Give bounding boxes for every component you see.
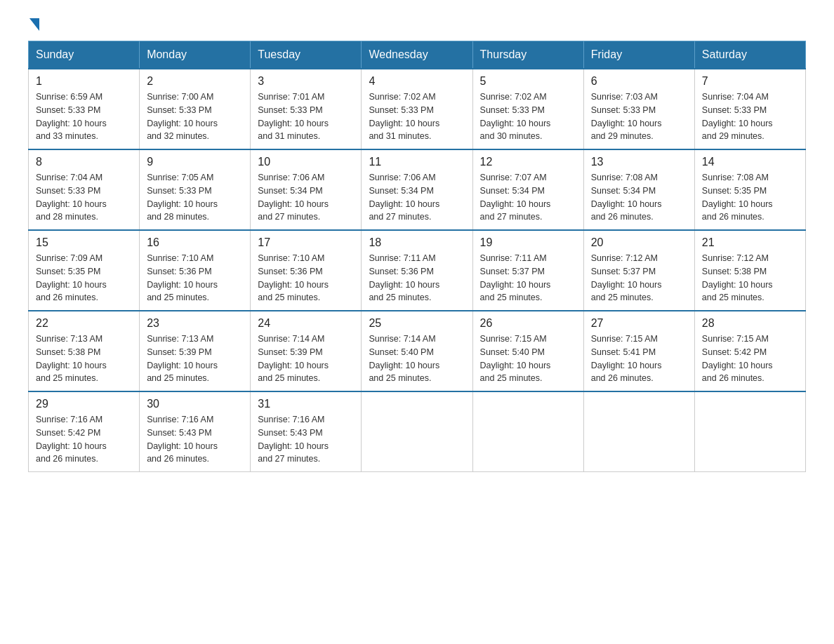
calendar-cell: 23 Sunrise: 7:13 AMSunset: 5:39 PMDaylig… (140, 311, 251, 391)
calendar-cell: 6 Sunrise: 7:03 AMSunset: 5:33 PMDayligh… (583, 69, 694, 149)
day-info: Sunrise: 7:08 AMSunset: 5:34 PMDaylight:… (591, 173, 662, 222)
day-info: Sunrise: 7:04 AMSunset: 5:33 PMDaylight:… (702, 92, 773, 141)
day-number: 16 (147, 236, 243, 249)
day-info: Sunrise: 7:14 AMSunset: 5:40 PMDaylight:… (369, 334, 439, 383)
day-info: Sunrise: 7:16 AMSunset: 5:43 PMDaylight:… (147, 415, 218, 464)
day-info: Sunrise: 7:15 AMSunset: 5:40 PMDaylight:… (480, 334, 551, 383)
day-info: Sunrise: 7:07 AMSunset: 5:34 PMDaylight:… (480, 173, 551, 222)
day-info: Sunrise: 7:16 AMSunset: 5:42 PMDaylight:… (36, 415, 107, 464)
day-number: 9 (147, 156, 243, 168)
calendar-header-row: SundayMondayTuesdayWednesdayThursdayFrid… (29, 41, 806, 69)
calendar-cell: 28 Sunrise: 7:15 AMSunset: 5:42 PMDaylig… (694, 311, 805, 391)
day-number: 27 (591, 317, 687, 330)
calendar-week-row: 22 Sunrise: 7:13 AMSunset: 5:38 PMDaylig… (29, 311, 806, 391)
day-number: 4 (369, 75, 465, 88)
day-info: Sunrise: 7:16 AMSunset: 5:43 PMDaylight:… (258, 415, 329, 464)
calendar-cell (472, 391, 583, 472)
day-number: 30 (147, 398, 243, 410)
calendar-week-row: 8 Sunrise: 7:04 AMSunset: 5:33 PMDayligh… (29, 149, 806, 230)
day-info: Sunrise: 7:05 AMSunset: 5:33 PMDaylight:… (147, 173, 218, 222)
day-info: Sunrise: 7:01 AMSunset: 5:33 PMDaylight:… (258, 92, 329, 141)
day-number: 22 (36, 317, 132, 330)
day-info: Sunrise: 7:06 AMSunset: 5:34 PMDaylight:… (258, 173, 329, 222)
logo-triangle-icon (29, 18, 39, 31)
day-info: Sunrise: 7:10 AMSunset: 5:36 PMDaylight:… (258, 253, 329, 302)
calendar-header-sunday: Sunday (29, 41, 140, 69)
calendar-cell: 12 Sunrise: 7:07 AMSunset: 5:34 PMDaylig… (472, 149, 583, 230)
calendar-header-saturday: Saturday (694, 41, 805, 69)
calendar-cell: 24 Sunrise: 7:14 AMSunset: 5:39 PMDaylig… (251, 311, 362, 391)
day-number: 23 (147, 317, 243, 330)
calendar-header-monday: Monday (140, 41, 251, 69)
calendar-cell: 18 Sunrise: 7:11 AMSunset: 5:36 PMDaylig… (362, 230, 472, 311)
calendar-cell (694, 391, 805, 472)
day-info: Sunrise: 7:02 AMSunset: 5:33 PMDaylight:… (480, 92, 551, 141)
day-number: 31 (258, 398, 354, 410)
calendar-cell: 25 Sunrise: 7:14 AMSunset: 5:40 PMDaylig… (362, 311, 472, 391)
day-number: 1 (36, 75, 132, 88)
day-number: 5 (480, 75, 576, 88)
day-number: 17 (258, 236, 354, 249)
calendar-cell: 2 Sunrise: 7:00 AMSunset: 5:33 PMDayligh… (140, 69, 251, 149)
calendar-header-wednesday: Wednesday (362, 41, 472, 69)
day-number: 18 (369, 236, 465, 249)
calendar-week-row: 15 Sunrise: 7:09 AMSunset: 5:35 PMDaylig… (29, 230, 806, 311)
day-info: Sunrise: 7:00 AMSunset: 5:33 PMDaylight:… (147, 92, 218, 141)
day-number: 6 (591, 75, 687, 88)
day-number: 28 (702, 317, 798, 330)
day-number: 14 (702, 156, 798, 168)
calendar-cell: 8 Sunrise: 7:04 AMSunset: 5:33 PMDayligh… (29, 149, 140, 230)
day-info: Sunrise: 7:13 AMSunset: 5:38 PMDaylight:… (36, 334, 107, 383)
calendar-cell: 15 Sunrise: 7:09 AMSunset: 5:35 PMDaylig… (29, 230, 140, 311)
calendar-cell: 1 Sunrise: 6:59 AMSunset: 5:33 PMDayligh… (29, 69, 140, 149)
day-info: Sunrise: 7:10 AMSunset: 5:36 PMDaylight:… (147, 253, 218, 302)
day-info: Sunrise: 7:02 AMSunset: 5:33 PMDaylight:… (369, 92, 439, 141)
day-info: Sunrise: 7:11 AMSunset: 5:37 PMDaylight:… (480, 253, 551, 302)
day-number: 19 (480, 236, 576, 249)
calendar-cell: 16 Sunrise: 7:10 AMSunset: 5:36 PMDaylig… (140, 230, 251, 311)
day-number: 2 (147, 75, 243, 88)
page-header (28, 21, 806, 27)
calendar-cell (583, 391, 694, 472)
day-info: Sunrise: 7:14 AMSunset: 5:39 PMDaylight:… (258, 334, 329, 383)
calendar-cell: 13 Sunrise: 7:08 AMSunset: 5:34 PMDaylig… (583, 149, 694, 230)
calendar-cell: 5 Sunrise: 7:02 AMSunset: 5:33 PMDayligh… (472, 69, 583, 149)
day-number: 29 (36, 398, 132, 410)
calendar-cell: 29 Sunrise: 7:16 AMSunset: 5:42 PMDaylig… (29, 391, 140, 472)
calendar-week-row: 29 Sunrise: 7:16 AMSunset: 5:42 PMDaylig… (29, 391, 806, 472)
calendar-cell: 11 Sunrise: 7:06 AMSunset: 5:34 PMDaylig… (362, 149, 472, 230)
calendar-cell: 21 Sunrise: 7:12 AMSunset: 5:38 PMDaylig… (694, 230, 805, 311)
calendar-cell: 14 Sunrise: 7:08 AMSunset: 5:35 PMDaylig… (694, 149, 805, 230)
logo (28, 21, 39, 27)
day-number: 25 (369, 317, 465, 330)
day-info: Sunrise: 7:13 AMSunset: 5:39 PMDaylight:… (147, 334, 218, 383)
day-number: 10 (258, 156, 354, 168)
day-number: 15 (36, 236, 132, 249)
calendar-header-thursday: Thursday (472, 41, 583, 69)
calendar-week-row: 1 Sunrise: 6:59 AMSunset: 5:33 PMDayligh… (29, 69, 806, 149)
day-info: Sunrise: 7:15 AMSunset: 5:42 PMDaylight:… (702, 334, 773, 383)
calendar-header-tuesday: Tuesday (251, 41, 362, 69)
day-info: Sunrise: 7:04 AMSunset: 5:33 PMDaylight:… (36, 173, 107, 222)
calendar-header-friday: Friday (583, 41, 694, 69)
calendar-cell: 4 Sunrise: 7:02 AMSunset: 5:33 PMDayligh… (362, 69, 472, 149)
day-info: Sunrise: 7:11 AMSunset: 5:36 PMDaylight:… (369, 253, 439, 302)
calendar-cell: 22 Sunrise: 7:13 AMSunset: 5:38 PMDaylig… (29, 311, 140, 391)
calendar-cell: 20 Sunrise: 7:12 AMSunset: 5:37 PMDaylig… (583, 230, 694, 311)
calendar-cell: 17 Sunrise: 7:10 AMSunset: 5:36 PMDaylig… (251, 230, 362, 311)
day-number: 11 (369, 156, 465, 168)
day-number: 12 (480, 156, 576, 168)
day-info: Sunrise: 7:06 AMSunset: 5:34 PMDaylight:… (369, 173, 439, 222)
day-number: 20 (591, 236, 687, 249)
day-number: 8 (36, 156, 132, 168)
calendar-cell: 26 Sunrise: 7:15 AMSunset: 5:40 PMDaylig… (472, 311, 583, 391)
day-info: Sunrise: 7:12 AMSunset: 5:38 PMDaylight:… (702, 253, 773, 302)
calendar-cell: 19 Sunrise: 7:11 AMSunset: 5:37 PMDaylig… (472, 230, 583, 311)
day-info: Sunrise: 6:59 AMSunset: 5:33 PMDaylight:… (36, 92, 107, 141)
day-number: 3 (258, 75, 354, 88)
calendar-cell: 27 Sunrise: 7:15 AMSunset: 5:41 PMDaylig… (583, 311, 694, 391)
calendar-table: SundayMondayTuesdayWednesdayThursdayFrid… (28, 41, 806, 472)
calendar-cell: 3 Sunrise: 7:01 AMSunset: 5:33 PMDayligh… (251, 69, 362, 149)
calendar-cell: 9 Sunrise: 7:05 AMSunset: 5:33 PMDayligh… (140, 149, 251, 230)
day-info: Sunrise: 7:09 AMSunset: 5:35 PMDaylight:… (36, 253, 107, 302)
